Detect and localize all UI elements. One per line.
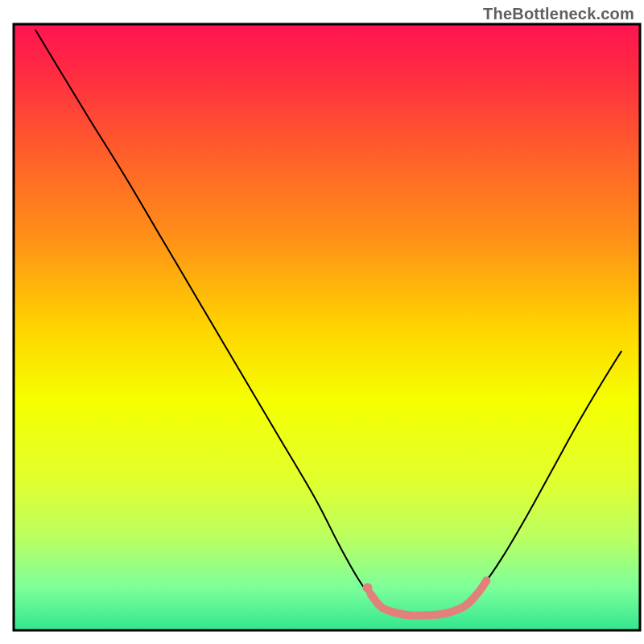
watermark-text: TheBottleneck.com [483, 5, 634, 23]
marker-dot [363, 583, 373, 592]
chart-container: TheBottleneck.com [0, 0, 644, 644]
gradient-background [14, 24, 640, 630]
bottleneck-chart [0, 0, 644, 644]
